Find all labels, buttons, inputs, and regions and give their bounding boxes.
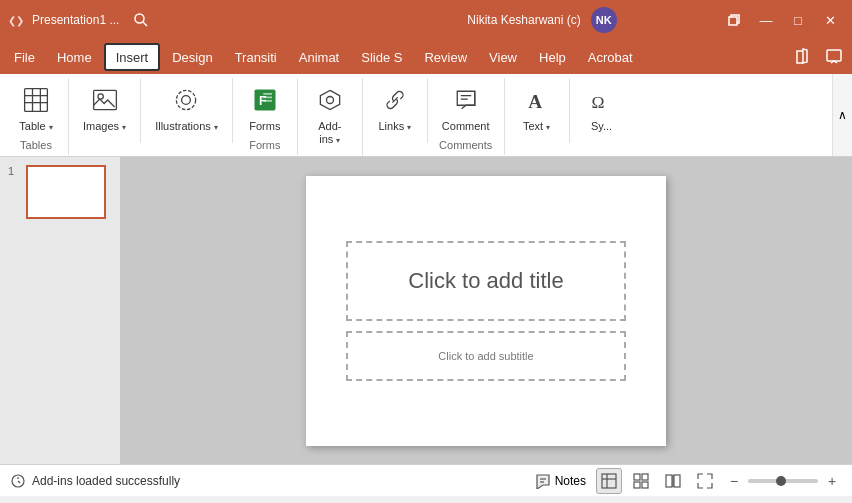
comments-group-label: Comments [439,139,492,153]
status-center: Notes [535,473,586,489]
ribbon-group-text: A Text ▾ [505,78,570,143]
slide-title-placeholder[interactable]: Click to add title [346,241,626,321]
illustrations-label: Illustrations ▾ [155,120,218,133]
view-grid-button[interactable] [628,468,654,494]
title-bar-left: ❮❯ Presentation1 ... [8,6,364,34]
zoom-plus-button[interactable]: + [822,473,842,489]
menu-help[interactable]: Help [529,43,576,71]
zoom-slider-thumb [776,476,786,486]
ribbon: Table ▾ Tables Images ▾ [0,74,852,157]
view-normal-button[interactable] [596,468,622,494]
status-right: − + [596,468,842,494]
avatar-initials: NK [596,14,612,26]
svg-point-18 [326,97,333,104]
share-icon[interactable] [788,43,816,71]
svg-rect-33 [634,482,640,488]
text-label: Text ▾ [523,120,550,133]
images-label: Images ▾ [83,120,126,133]
svg-rect-2 [729,17,737,25]
svg-point-11 [177,90,196,109]
menu-design[interactable]: Design [162,43,222,71]
menu-home[interactable]: Home [47,43,102,71]
title-bar: ❮❯ Presentation1 ... Nikita Kesharwani (… [0,0,852,40]
ribbon-group-images: Images ▾ [69,78,141,143]
symbols-icon: Ω [584,82,620,118]
main-area: 1 Click to add title Click to add subtit… [0,157,852,464]
minimize-button[interactable]: — [752,6,780,34]
svg-rect-17 [263,100,272,102]
ribbon-links-button[interactable]: Links ▾ [371,78,419,137]
addins-icon [312,82,348,118]
expand-arrows[interactable]: ❮❯ [8,15,24,26]
svg-rect-34 [642,482,648,488]
svg-line-1 [143,22,147,26]
menu-acrobat[interactable]: Acrobat [578,43,643,71]
illustrations-icon [168,82,204,118]
view-reading-icon [665,473,681,489]
svg-rect-3 [827,50,841,61]
svg-point-0 [135,14,144,23]
slide-subtitle-placeholder[interactable]: Click to add subtitle [346,331,626,381]
svg-rect-4 [25,89,48,112]
forms-icon: F [247,82,283,118]
svg-rect-35 [666,475,672,487]
ribbon-group-illustrations: Illustrations ▾ [141,78,233,143]
menu-file[interactable]: File [4,43,45,71]
restore-button[interactable] [720,6,748,34]
ribbon-addins-button[interactable]: Add-ins ▾ [306,78,354,150]
maximize-button[interactable]: □ [784,6,812,34]
search-button[interactable] [127,6,155,34]
menu-transitions[interactable]: Transiti [225,43,287,71]
menu-slideshow[interactable]: Slide S [351,43,412,71]
svg-text:Ω: Ω [591,92,604,112]
ribbon-table-button[interactable]: Table ▾ [12,78,60,137]
svg-point-10 [98,94,103,99]
title-bar-center: Nikita Kesharwani (c) NK [364,7,720,33]
ribbon-group-links: Links ▾ [363,78,428,143]
menu-insert[interactable]: Insert [104,43,161,71]
links-label: Links ▾ [378,120,411,133]
menu-view[interactable]: View [479,43,527,71]
ribbon-text-button[interactable]: A Text ▾ [513,78,561,137]
zoom-minus-button[interactable]: − [724,473,744,489]
ribbon-forms-button[interactable]: F Forms [241,78,289,137]
slide-canvas: Click to add title Click to add subtitle [306,176,666,446]
links-icon [377,82,413,118]
forms-group-label: Forms [249,139,280,153]
ribbon-group-addins: Add-ins ▾ [298,78,363,156]
svg-rect-36 [674,475,680,487]
slide-mini-preview[interactable] [26,165,106,219]
table-label: Table ▾ [19,120,52,133]
text-icon: A [519,82,555,118]
slide-title-text: Click to add title [408,268,563,294]
avatar[interactable]: NK [591,7,617,33]
comments-icon[interactable] [820,43,848,71]
ribbon-group-comments: Comment Comments [428,78,505,155]
view-normal-icon [601,473,617,489]
status-left: Add-ins loaded successfully [10,473,525,489]
menu-animations[interactable]: Animat [289,43,349,71]
ribbon-comment-button[interactable]: Comment [436,78,496,137]
view-reading-button[interactable] [660,468,686,494]
slide-thumbnail-1[interactable]: 1 [8,165,112,219]
ribbon-images-button[interactable]: Images ▾ [77,78,132,137]
zoom-slider[interactable] [748,479,818,483]
svg-rect-16 [263,97,272,99]
ribbon-collapse-button[interactable]: ∧ [832,74,852,156]
notes-button[interactable]: Notes [535,473,586,489]
username: Nikita Kesharwani (c) [467,13,580,27]
view-fit-button[interactable] [692,468,718,494]
svg-rect-31 [634,474,640,480]
svg-point-12 [182,96,191,105]
addins-status-icon [10,473,26,489]
ribbon-symbols-button[interactable]: Ω Sy... [578,78,626,137]
svg-rect-15 [263,93,272,95]
menu-review[interactable]: Review [414,43,477,71]
notes-label: Notes [555,474,586,488]
close-button[interactable]: ✕ [816,6,844,34]
ribbon-illustrations-button[interactable]: Illustrations ▾ [149,78,224,137]
status-message: Add-ins loaded successfully [32,474,180,488]
ribbon-group-tables: Table ▾ Tables [4,78,69,155]
canvas-area: Click to add title Click to add subtitle [120,157,852,464]
status-bar: Add-ins loaded successfully Notes [0,464,852,496]
